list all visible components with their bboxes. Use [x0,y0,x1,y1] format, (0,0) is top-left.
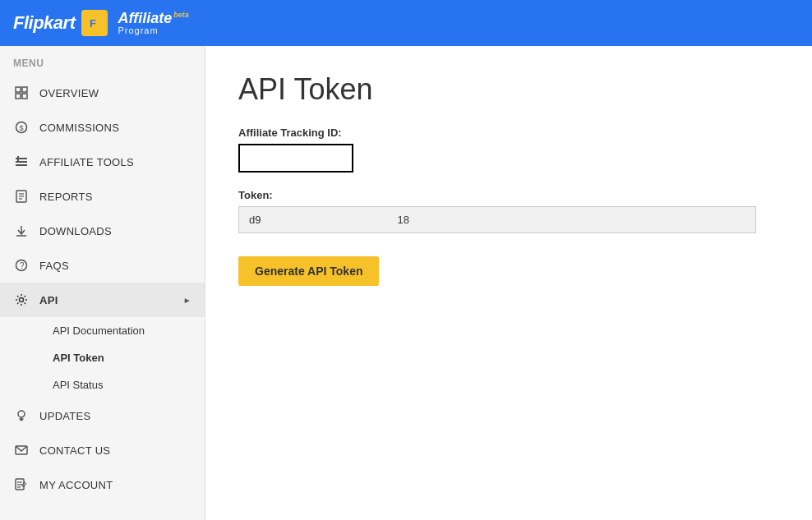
flipkart-wordmark: Flipkart [13,12,75,34]
token-label: Token: [238,189,779,201]
svg-rect-2 [16,87,21,92]
tracking-id-label: Affiliate Tracking ID: [238,127,779,139]
sidebar-item-affiliate-tools-label: AFFILIATE TOOLS [39,156,134,168]
sidebar-item-downloads[interactable]: DOWNLOADS [0,214,205,248]
download-icon [13,223,30,239]
svg-text:F: F [90,17,96,30]
sidebar-item-reports[interactable]: REPORTS [0,179,205,214]
svg-text:$: $ [20,124,24,132]
menu-label: MENU [0,46,205,76]
token-group: Token: [238,189,779,233]
sidebar-item-my-account[interactable]: MY ACCOUNT [0,467,205,502]
svg-rect-11 [17,156,19,161]
beta-badge: beta [173,11,189,19]
app-layout: MENU OVERVIEW $ COMMISSIONS AFFILIATE TO… [0,46,812,520]
svg-text:?: ? [20,261,25,270]
sidebar-item-contact-us[interactable]: CONTACT US [0,433,205,467]
logo: Flipkart F Affiliatebeta Program [13,10,189,36]
sidebar-item-contact-us-label: CONTACT US [39,444,110,457]
sidebar-item-updates[interactable]: UPDATES [0,398,205,433]
program-label: Program [118,25,188,35]
sidebar-item-updates-label: UPDATES [39,410,91,422]
tracking-id-input[interactable] [238,144,353,173]
affiliate-brand: Affiliatebeta Program [118,11,188,35]
sidebar-item-api-documentation[interactable]: API Documentation [39,317,205,344]
tracking-id-group: Affiliate Tracking ID: [238,127,779,173]
sidebar-item-downloads-label: DOWNLOADS [39,225,112,237]
edit-icon [13,476,30,493]
sidebar-item-my-account-label: MY ACCOUNT [39,479,113,491]
sidebar-item-api[interactable]: API ► [0,283,205,317]
report-icon [13,188,30,205]
svg-point-21 [18,411,25,417]
svg-rect-4 [16,94,21,99]
svg-rect-5 [22,94,27,99]
sidebar-item-api-token[interactable]: API Token [39,344,205,371]
sidebar-item-api-label: API [39,294,58,306]
bulb-icon [13,407,30,424]
api-expand-arrow: ► [183,296,191,305]
sidebar-item-reports-label: REPORTS [39,191,93,203]
page-title: API Token [238,72,779,107]
svg-rect-3 [22,87,27,92]
sidebar-item-commissions[interactable]: $ COMMISSIONS [0,110,205,145]
question-icon: ? [13,257,30,274]
grid-icon [13,85,30,101]
main-content: API Token Affiliate Tracking ID: Token: … [205,46,812,520]
affiliate-label: Affiliatebeta [118,11,188,25]
app-header: Flipkart F Affiliatebeta Program [0,0,812,46]
generate-api-token-button[interactable]: Generate API Token [238,256,379,286]
svg-rect-9 [16,161,27,163]
gear-icon [13,292,30,308]
sidebar-item-affiliate-tools[interactable]: AFFILIATE TOOLS [0,145,205,179]
sidebar-item-overview[interactable]: OVERVIEW [0,76,205,110]
svg-point-20 [20,298,24,302]
token-input[interactable] [238,206,756,233]
svg-rect-10 [16,164,27,166]
circle-dollar-icon: $ [13,119,30,136]
sidebar: MENU OVERVIEW $ COMMISSIONS AFFILIATE TO… [0,46,205,520]
sidebar-item-overview-label: OVERVIEW [39,87,99,99]
sidebar-item-faqs[interactable]: ? FAQs [0,248,205,283]
sidebar-item-commissions-label: COMMISSIONS [39,122,119,134]
tools-icon [13,154,30,170]
sidebar-item-api-status[interactable]: API Status [39,371,205,398]
flipkart-icon: F [81,10,108,36]
api-submenu: API Documentation API Token API Status [0,317,205,398]
sidebar-item-faqs-label: FAQs [39,260,69,272]
envelope-icon [13,442,30,458]
